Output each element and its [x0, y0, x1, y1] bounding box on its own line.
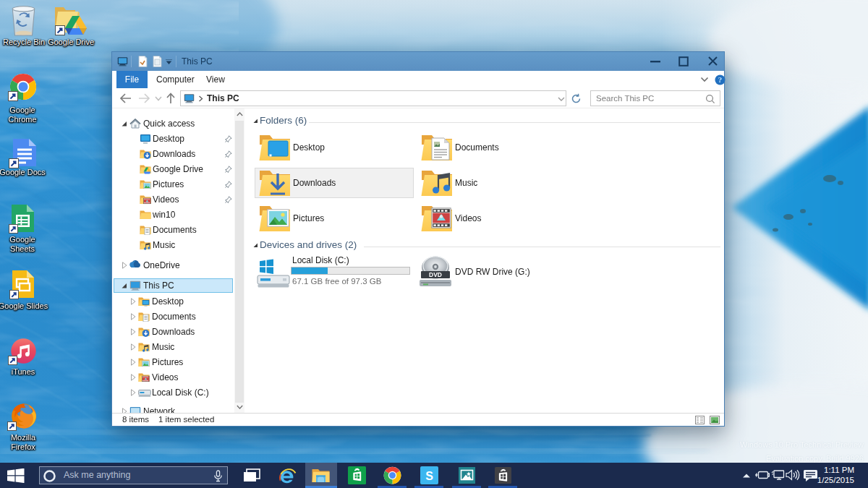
svg-text:DVD: DVD	[429, 271, 442, 278]
svg-text:?: ?	[718, 75, 723, 84]
svg-text:S: S	[425, 470, 433, 482]
